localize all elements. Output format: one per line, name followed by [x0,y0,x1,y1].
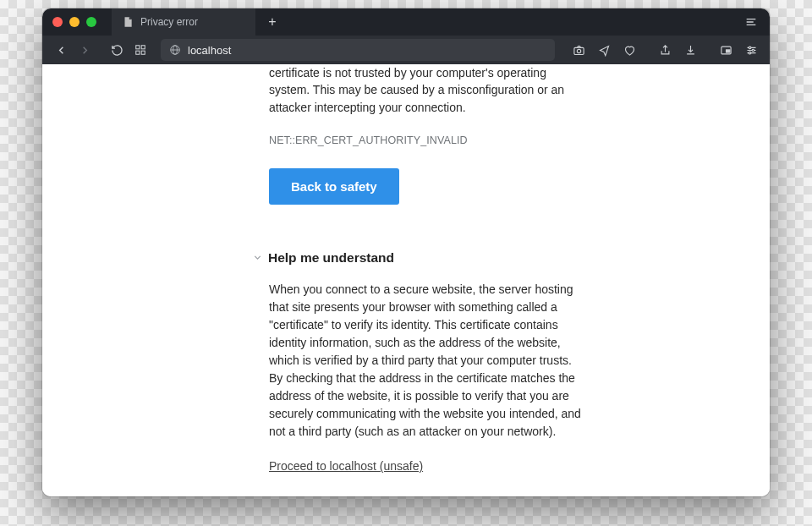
page-icon [122,16,134,28]
titlebar: Privacy error + [42,8,770,36]
forward-button[interactable] [74,40,95,60]
minimize-window-button[interactable] [69,17,80,27]
chevron-down-icon [252,252,263,263]
svg-rect-4 [141,46,145,49]
url-bar[interactable]: localhost [161,39,555,61]
svg-point-19 [752,49,754,52]
pip-icon[interactable] [716,40,736,60]
toolbar: localhost [42,36,770,64]
svg-rect-5 [136,51,140,54]
page-content: certificate is not trusted by your compu… [42,64,770,496]
svg-rect-3 [136,46,140,49]
back-button[interactable] [51,40,71,60]
share-icon[interactable] [655,40,675,60]
send-icon[interactable] [594,40,614,60]
download-icon[interactable] [680,40,700,60]
svg-point-18 [749,47,751,49]
proceed-unsafe-link[interactable]: Proceed to localhost (unsafe) [269,459,423,473]
help-toggle[interactable]: Help me understand [252,250,587,266]
svg-rect-10 [573,47,583,54]
certificate-error-text: certificate is not trusted by your compu… [269,64,587,116]
help-section: Help me understand When you connect to a… [269,250,587,474]
svg-rect-6 [141,51,145,54]
browser-tab[interactable]: Privacy error [112,8,255,36]
svg-point-11 [577,49,580,52]
settings-sliders-icon[interactable] [741,40,761,60]
reload-button[interactable] [107,40,127,60]
browser-window: Privacy error + localhost [42,8,770,496]
svg-rect-14 [726,49,729,52]
camera-icon[interactable] [568,40,589,60]
globe-icon [169,44,181,56]
apps-button[interactable] [130,40,151,60]
new-tab-button[interactable]: + [261,10,284,34]
back-to-safety-button[interactable]: Back to safety [269,168,399,205]
svg-point-20 [749,52,751,54]
help-title: Help me understand [268,250,394,266]
heart-icon[interactable] [619,40,639,60]
fullscreen-window-button[interactable] [86,17,96,27]
close-window-button[interactable] [52,17,63,27]
tab-title: Privacy error [140,16,198,28]
error-code: NET::ERR_CERT_AUTHORITY_INVALID [269,134,587,146]
help-body-text: When you connect to a secure website, th… [269,281,587,441]
menu-button[interactable] [744,15,770,29]
window-controls [42,17,96,27]
url-text: localhost [188,44,231,57]
toolbar-actions [565,40,761,60]
